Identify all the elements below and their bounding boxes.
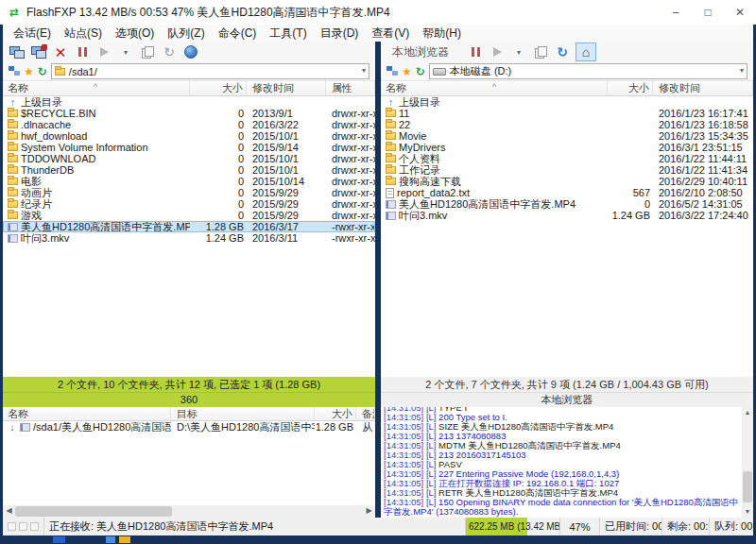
menu-item[interactable]: 查看(V) bbox=[365, 25, 416, 42]
file-name: System Volume Information bbox=[21, 142, 148, 153]
file-row[interactable]: Movie2016/1/23 15:34:35 bbox=[381, 130, 753, 142]
file-name: 美人鱼HD1280高清国语中字首发.MP4 bbox=[21, 221, 190, 232]
file-row[interactable]: 游戏02015/9/29drwxr-xr-x bbox=[3, 210, 375, 221]
start-queue-dropdown[interactable]: ▾ bbox=[117, 43, 134, 60]
column-header-name[interactable]: 名称^ bbox=[381, 81, 608, 95]
scroll-track[interactable] bbox=[15, 505, 363, 518]
file-row[interactable]: 搜狗高速下载2016/2/29 10:40:11 bbox=[381, 176, 753, 187]
favorites-button[interactable]: ★ bbox=[402, 66, 412, 77]
local-pause-button[interactable] bbox=[467, 43, 484, 60]
queue-hscrollbar[interactable]: ◀ ▶ bbox=[3, 505, 375, 518]
scroll-thumb[interactable] bbox=[15, 506, 172, 517]
local-refresh-button[interactable]: ↻ bbox=[554, 43, 571, 60]
file-row[interactable]: 动画片02015/9/29drwxr-xr-x bbox=[3, 187, 375, 198]
local-panel: 本地浏览器 ▾ ↻ ⌂ ★ ↻ 本地磁盘 (D:) ▾ bbox=[381, 42, 753, 518]
play-icon bbox=[100, 47, 109, 57]
transfer-mode-button[interactable] bbox=[139, 43, 156, 60]
local-transfer-button[interactable] bbox=[532, 43, 549, 60]
file-row[interactable]: MyDrivers2016/3/1 23:51:15 bbox=[381, 142, 753, 153]
pause-queue-button[interactable] bbox=[74, 43, 91, 60]
combo-chevron-icon[interactable]: ▾ bbox=[362, 66, 366, 75]
folder-tree-button[interactable] bbox=[9, 66, 20, 77]
file-row[interactable]: ↑上级目录 bbox=[3, 96, 375, 108]
scroll-thumb[interactable] bbox=[743, 471, 752, 502]
close-button[interactable]: ✕ bbox=[724, 0, 756, 25]
go-button[interactable]: ↻ bbox=[416, 66, 425, 77]
web-button[interactable] bbox=[182, 43, 199, 60]
local-home-button[interactable]: ⌂ bbox=[576, 42, 596, 61]
favorites-button[interactable]: ★ bbox=[24, 66, 34, 77]
menu-item[interactable]: 目录(D) bbox=[314, 25, 366, 42]
title-bar[interactable]: ⇄ FlashFXP 13.42 MB/s 00:53 47% 美人鱼HD128… bbox=[0, 0, 756, 25]
queue-row[interactable]: ↓/sda1/美人鱼HD1280高清国语中字首发.MP4D:\美人鱼HD1280… bbox=[3, 421, 375, 433]
file-row[interactable]: 叶问3.mkv1.24 GB2016/3/11-rwxr-xr-x bbox=[3, 232, 375, 244]
file-row[interactable]: 222016/1/23 16:18:58 bbox=[381, 119, 753, 130]
folder-tree-button[interactable] bbox=[387, 66, 398, 77]
menu-item[interactable]: 工具(T) bbox=[263, 25, 313, 42]
folder-up-icon: ↑ bbox=[386, 97, 396, 107]
taskbar-icon[interactable] bbox=[106, 536, 115, 543]
menu-item[interactable]: 命令(C) bbox=[212, 25, 264, 42]
column-header-size[interactable]: 大小 bbox=[608, 81, 653, 95]
menu-item[interactable]: 队列(Z) bbox=[161, 25, 211, 42]
menu-item[interactable]: 站点(S) bbox=[58, 25, 109, 42]
queue-column-target[interactable]: 目标 bbox=[171, 407, 315, 420]
column-header-date[interactable]: 修改时间 bbox=[653, 81, 753, 95]
file-name: 叶问3.mkv bbox=[21, 232, 69, 244]
remote-path-combo[interactable]: /sda1/ ▾ bbox=[51, 63, 369, 79]
file-name: 搜狗高速下载 bbox=[399, 176, 461, 187]
file-row[interactable]: $RECYCLE.BIN02013/9/1drwxr-xr-x bbox=[3, 108, 375, 119]
minimize-button[interactable]: – bbox=[660, 0, 692, 25]
file-row[interactable]: hwf_download02015/10/1drwxr-xr-x bbox=[3, 130, 375, 142]
file-row[interactable]: ThunderDB02015/10/1drwxr-xr-x bbox=[3, 164, 375, 176]
file-row[interactable]: report_data2.txt5672016/2/10 2:08:50 bbox=[381, 187, 753, 198]
folder-icon bbox=[8, 212, 18, 219]
connect-button[interactable] bbox=[9, 43, 26, 60]
file-row[interactable]: 工作记录2016/1/22 11:41:34 bbox=[381, 164, 753, 176]
log-vscrollbar[interactable]: ▲ ▼ bbox=[742, 407, 753, 518]
file-row[interactable]: 个人资料2016/1/22 11:44:11 bbox=[381, 153, 753, 164]
column-header-name[interactable]: 名称^ bbox=[3, 81, 190, 95]
disconnect-button[interactable] bbox=[30, 43, 47, 60]
file-row[interactable]: 112016/1/23 16:17:41 bbox=[381, 108, 753, 119]
queue-column-size[interactable]: 大小 bbox=[315, 407, 356, 420]
file-row[interactable]: .dlnacache02016/3/22drwxr-xr-x bbox=[3, 119, 375, 130]
file-row[interactable]: 美人鱼HD1280高清国语中字首发.MP41.28 GB2016/3/17-rw… bbox=[3, 221, 375, 232]
window-content: 会话(E)站点(S)选项(O)队列(Z)命令(C)工具(T)目录(D)查看(V)… bbox=[3, 25, 753, 536]
file-row[interactable]: System Volume Information02015/9/14drwxr… bbox=[3, 142, 375, 153]
folder-icon bbox=[8, 132, 18, 140]
scroll-right-icon[interactable]: ▶ bbox=[363, 505, 375, 518]
combo-chevron-icon[interactable]: ▾ bbox=[740, 66, 744, 75]
local-start-dropdown[interactable]: ▾ bbox=[510, 43, 527, 60]
taskbar-icon[interactable] bbox=[53, 536, 65, 543]
queue-list: ↓/sda1/美人鱼HD1280高清国语中字首发.MP4D:\美人鱼HD1280… bbox=[3, 421, 375, 505]
file-row[interactable]: 叶问3.mkv1.24 GB2016/3/22 17:24:40 bbox=[381, 210, 753, 221]
column-header-size[interactable]: 大小 bbox=[190, 81, 247, 95]
abort-button[interactable]: ✕ bbox=[52, 43, 69, 60]
file-name-cell: 美人鱼HD1280高清国语中字首发.MP4 bbox=[3, 221, 190, 232]
file-row[interactable]: 电影02015/10/14drwxr-xr-x bbox=[3, 176, 375, 187]
local-start-button[interactable] bbox=[489, 43, 506, 60]
refresh-button[interactable]: ↻ bbox=[161, 43, 178, 60]
file-row[interactable]: TDDOWNLOAD02015/10/1drwxr-xr-x bbox=[3, 153, 375, 164]
scroll-left-icon[interactable]: ◀ bbox=[3, 505, 15, 518]
column-header-date[interactable]: 修改时间 bbox=[247, 81, 326, 95]
queue-column-name[interactable]: 名称 bbox=[3, 407, 171, 420]
file-row[interactable]: ↑上级目录 bbox=[381, 96, 753, 108]
menu-item[interactable]: 会话(E) bbox=[7, 25, 58, 42]
go-button[interactable]: ↻ bbox=[38, 66, 47, 77]
scroll-down-icon[interactable]: ▼ bbox=[742, 506, 753, 518]
file-row[interactable]: 美人鱼HD1280高清国语中字首发.MP402016/5/2 14:31:05 bbox=[381, 198, 753, 210]
maximize-button[interactable]: □ bbox=[692, 0, 724, 25]
file-name-cell: $RECYCLE.BIN bbox=[3, 108, 190, 119]
file-row[interactable]: 纪录片02015/9/29drwxr-xr-x bbox=[3, 198, 375, 210]
scroll-up-icon[interactable]: ▲ bbox=[742, 407, 753, 418]
menu-item[interactable]: 选项(O) bbox=[109, 25, 161, 42]
local-path-combo[interactable]: 本地磁盘 (D:) ▾ bbox=[429, 63, 747, 79]
queue-column-note[interactable]: 备注 bbox=[356, 407, 375, 420]
menu-item[interactable]: 帮助(H) bbox=[416, 25, 468, 42]
start-queue-button[interactable] bbox=[95, 43, 112, 60]
column-header-attr[interactable]: 属性 bbox=[326, 81, 375, 95]
taskbar-icon[interactable] bbox=[119, 536, 130, 543]
folder-up-icon: ↑ bbox=[8, 97, 18, 107]
